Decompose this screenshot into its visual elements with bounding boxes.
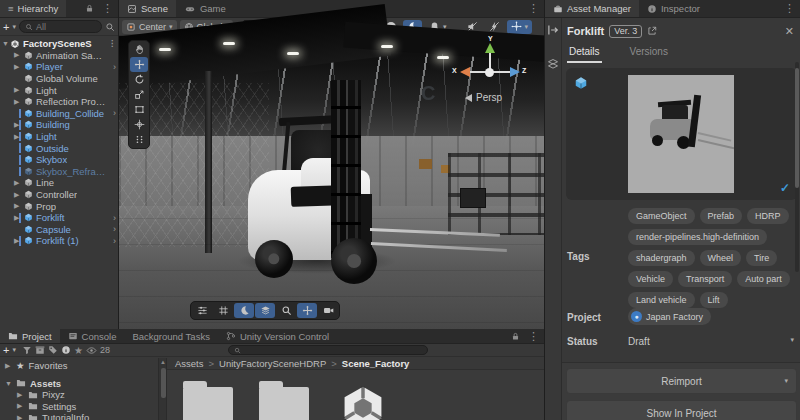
tab-console[interactable]: Console [60, 329, 125, 343]
show-in-project-button[interactable]: Show In Project [566, 400, 797, 420]
expand-arrow-icon[interactable]: ▶ [14, 237, 22, 245]
tab-hierarchy[interactable]: ≡ Hierarchy [0, 0, 66, 17]
prefab-open-chevron[interactable]: › [113, 224, 116, 234]
expand-arrow-icon[interactable]: ▶ [17, 414, 24, 420]
gizmo-z-axis-cone[interactable] [510, 67, 520, 77]
add-gameobject-button[interactable]: + [3, 21, 9, 33]
tab-inspector[interactable]: Inspector [639, 0, 708, 17]
close-icon[interactable]: ✕ [785, 25, 794, 38]
external-link-icon[interactable] [647, 26, 657, 36]
rect-tool-button[interactable] [130, 102, 148, 117]
tab-unity-version-control[interactable]: Unity Version Control [218, 329, 337, 343]
prefab-open-chevron[interactable]: › [113, 236, 116, 246]
hierarchy-scene-root[interactable]: ▼ FactorySceneS ⋮ [0, 38, 118, 50]
project-search-input[interactable] [228, 345, 428, 355]
favorite-star-icon[interactable]: ★ [74, 345, 83, 356]
collapse-panel-icon[interactable] [547, 24, 559, 36]
hierarchy-item[interactable]: ▶Line [0, 177, 118, 189]
hierarchy-item[interactable]: ▶Prop [0, 200, 118, 212]
expand-arrow-icon[interactable]: ▶ [14, 63, 22, 71]
hierarchy-item[interactable]: Outside [0, 142, 118, 154]
expand-arrow-icon[interactable]: ▶ [14, 51, 22, 59]
folder-item[interactable]: ▶Settings [0, 401, 158, 413]
expand-arrow-icon[interactable]: ▼ [5, 380, 12, 387]
expand-arrow-icon[interactable]: ▼ [2, 40, 10, 47]
breadcrumb-segment[interactable]: UnityFactorySceneHDRP [219, 358, 326, 369]
tab-scene[interactable]: Scene [119, 0, 176, 17]
expand-arrow-icon[interactable]: ▶ [14, 86, 22, 94]
package-icon[interactable] [35, 345, 45, 355]
hierarchy-item[interactable]: ▶Light [0, 131, 118, 143]
add-dropdown-caret[interactable]: ▾ [12, 23, 16, 31]
gizmo-center[interactable] [485, 68, 494, 77]
expand-arrow-icon[interactable]: ▶ [14, 191, 22, 199]
rotate-tool-button[interactable] [130, 72, 148, 87]
lock-icon[interactable] [508, 329, 523, 343]
scene-moon-button[interactable] [234, 303, 254, 318]
scene-move-overlay-button[interactable] [297, 303, 317, 318]
view-hand-tool-button[interactable] [130, 42, 148, 57]
prefab-open-chevron[interactable]: › [113, 62, 116, 72]
lock-icon[interactable] [82, 0, 97, 17]
gizmo-y-axis-cone[interactable] [485, 43, 495, 53]
transform-tool-button[interactable] [130, 117, 148, 132]
project-tree-scrollbar[interactable]: ▲ [158, 358, 167, 420]
hierarchy-item[interactable]: Building_Collide› [0, 108, 118, 120]
tab-project[interactable]: Project [0, 329, 60, 343]
tab-details[interactable]: Details [567, 46, 602, 63]
expand-arrow-icon[interactable]: ▶ [14, 202, 22, 210]
scene-options-sliders-button[interactable] [192, 303, 212, 318]
hidden-count-eye-icon[interactable] [86, 345, 97, 356]
kebab-menu-icon[interactable]: ⋮ [523, 329, 544, 343]
expand-arrow-icon[interactable]: ▶ [14, 98, 22, 106]
hierarchy-item[interactable]: ▶Light [0, 84, 118, 96]
gizmo-x-axis-cone[interactable] [460, 67, 470, 77]
scene-zoom-button[interactable] [276, 303, 296, 318]
kebab-menu-icon[interactable]: ⋮ [779, 0, 800, 17]
hierarchy-item[interactable]: Capsule› [0, 224, 118, 236]
expand-arrow-icon[interactable]: ▶ [14, 133, 22, 141]
hierarchy-item[interactable]: Skybox [0, 154, 118, 166]
scene-camera-button[interactable] [318, 303, 338, 318]
kebab-menu-icon[interactable]: ⋮ [523, 0, 544, 17]
prefab-open-chevron[interactable]: › [113, 108, 116, 118]
status-dropdown-caret[interactable]: ▾ [790, 336, 794, 344]
hierarchy-item[interactable]: Skybox_Refraction [0, 166, 118, 178]
favorites-item[interactable]: ▶★Favorites [0, 360, 158, 372]
hierarchy-item[interactable]: ▶Player› [0, 61, 118, 73]
scene-kebab-icon[interactable]: ⋮ [108, 39, 116, 48]
reimport-dropdown-caret[interactable]: ▾ [784, 377, 788, 385]
hierarchy-item[interactable]: ▶Reflection Probe [0, 96, 118, 108]
search-window-icon[interactable] [105, 22, 115, 32]
scale-tool-button[interactable] [130, 87, 148, 102]
expand-arrow-icon[interactable]: ▶ [5, 362, 12, 370]
expand-arrow-icon[interactable]: ▶ [14, 121, 22, 129]
label-tag-icon[interactable] [48, 345, 58, 355]
expand-arrow-icon[interactable]: ▶ [14, 214, 22, 222]
alert-info-icon[interactable] [61, 345, 71, 355]
kebab-menu-icon[interactable]: ⋮ [97, 0, 118, 17]
tab-asset-manager[interactable]: Asset Manager [545, 0, 639, 17]
hierarchy-item[interactable]: ▶Forklift (1)› [0, 235, 118, 247]
folder-item[interactable]: ▶TutorialInfo [0, 412, 158, 420]
scene-grid-button[interactable] [213, 303, 233, 318]
projection-toggle[interactable]: Persp [465, 92, 502, 103]
folder-thumbnail[interactable] [183, 387, 233, 420]
expand-arrow-icon[interactable]: ▶ [14, 179, 22, 187]
folder-thumbnail[interactable] [259, 387, 309, 420]
layers-stack-icon[interactable] [547, 58, 559, 70]
create-dropdown-caret[interactable]: ▾ [12, 346, 16, 354]
status-value[interactable]: Draft [628, 336, 650, 347]
tab-background-tasks[interactable]: Background Tasks [124, 329, 217, 343]
unity-package-thumbnail[interactable] [335, 382, 391, 420]
folder-item[interactable]: ▶Pixyz [0, 389, 158, 401]
hierarchy-item[interactable]: ▶Controller [0, 189, 118, 201]
breadcrumb-segment[interactable]: Assets [175, 358, 204, 369]
hierarchy-item[interactable]: ▶Forklift› [0, 212, 118, 224]
prefab-open-chevron[interactable]: › [113, 213, 116, 223]
tab-game[interactable]: Game [176, 0, 234, 17]
hierarchy-item[interactable]: Global Volume [0, 73, 118, 85]
custom-tools-button[interactable] [130, 132, 148, 147]
gizmos-button[interactable]: ▾ [507, 20, 533, 34]
expand-arrow-icon[interactable]: ▶ [17, 402, 24, 410]
